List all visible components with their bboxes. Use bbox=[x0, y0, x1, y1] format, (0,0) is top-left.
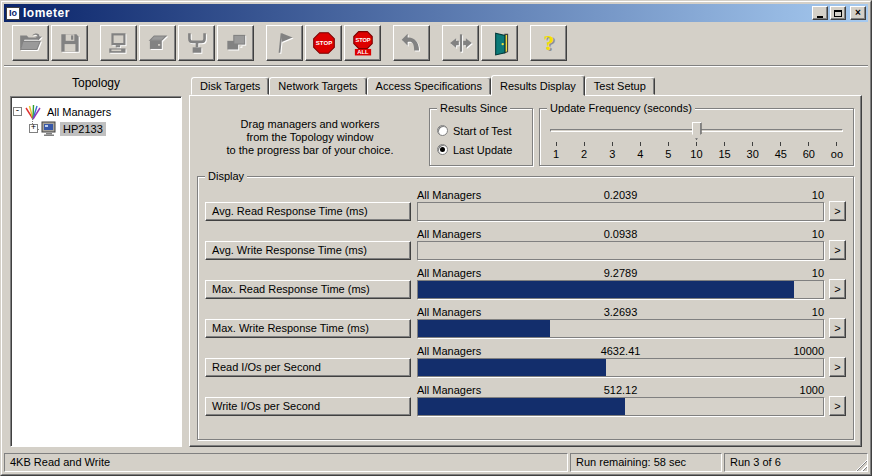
start-network-worker-button[interactable] bbox=[178, 25, 215, 61]
expand-results-button[interactable]: > bbox=[829, 201, 846, 221]
progress-bar[interactable] bbox=[417, 319, 824, 338]
progress-bar-fill bbox=[418, 320, 550, 337]
tab-results-display[interactable]: Results Display bbox=[491, 75, 585, 96]
close-button[interactable]: × bbox=[850, 6, 866, 20]
stop-sign-icon: STOP bbox=[311, 30, 337, 56]
tab-access-specifications[interactable]: Access Specifications bbox=[367, 77, 491, 95]
status-bar: 4KB Read and Write Run remaining: 58 sec… bbox=[4, 451, 868, 472]
slider-tick bbox=[780, 142, 781, 146]
slider-tick bbox=[612, 142, 613, 146]
tab-test-setup[interactable]: Test Setup bbox=[585, 77, 655, 95]
metric-button[interactable]: Max. Read Response Time (ms) bbox=[205, 280, 411, 299]
radio-icon-selected[interactable] bbox=[437, 144, 448, 155]
svg-text:?: ? bbox=[543, 31, 554, 55]
radio-icon[interactable] bbox=[437, 125, 448, 136]
radio-label: Start of Test bbox=[453, 125, 512, 137]
computer-icon bbox=[106, 30, 132, 56]
start-tests-button[interactable] bbox=[266, 25, 303, 61]
update-frequency-label: Update Frequency (seconds) bbox=[547, 102, 695, 114]
expand-results-button[interactable]: > bbox=[829, 240, 846, 260]
reset-workers-button[interactable] bbox=[393, 25, 430, 61]
progress-bar[interactable] bbox=[417, 358, 824, 377]
slider-tick bbox=[724, 142, 725, 146]
radio-last-update[interactable]: Last Update bbox=[437, 140, 525, 159]
status-test-name: 4KB Read and Write bbox=[4, 453, 568, 472]
expand-results-button[interactable]: > bbox=[829, 357, 846, 377]
metric-button[interactable]: Avg. Write Response Time (ms) bbox=[205, 241, 411, 260]
progress-bar[interactable] bbox=[417, 397, 824, 416]
save-test-config-button[interactable] bbox=[51, 25, 88, 61]
slider-ticks bbox=[548, 142, 845, 147]
tree-node-hp2133[interactable]: + HP2133 bbox=[13, 120, 179, 137]
bar-max: 10 bbox=[688, 228, 824, 240]
metric-button[interactable]: Read I/Os per Second bbox=[205, 358, 411, 377]
open-test-config-button[interactable] bbox=[12, 25, 49, 61]
topology-panel: Topology - All Managers + bbox=[10, 74, 182, 447]
app-icon: Io bbox=[6, 7, 20, 20]
expand-results-button[interactable]: > bbox=[829, 279, 846, 299]
stop-test-button[interactable]: STOP bbox=[305, 25, 342, 61]
slider-labels: 123451015304560oo bbox=[548, 148, 845, 160]
collapse-icon[interactable]: - bbox=[13, 107, 22, 116]
progress-bar[interactable] bbox=[417, 241, 824, 260]
status-run-count: Run 3 of 6 bbox=[724, 453, 868, 472]
display-row: Write I/Os per Second All Managers 512.1… bbox=[205, 382, 846, 416]
disconnect-button[interactable] bbox=[442, 25, 479, 61]
progress-bar[interactable] bbox=[417, 202, 824, 221]
topology-tree[interactable]: - All Managers + bbox=[10, 96, 182, 447]
expand-results-button[interactable]: > bbox=[829, 318, 846, 338]
slider-tick bbox=[752, 142, 753, 146]
slider-tick-label: 1 bbox=[548, 148, 564, 160]
tree-node-label[interactable]: All Managers bbox=[44, 105, 114, 119]
status-run-remaining: Run remaining: 58 sec bbox=[570, 453, 722, 472]
minimize-button[interactable] bbox=[812, 6, 828, 20]
slider-tick-label: 15 bbox=[717, 148, 733, 160]
slider-tick bbox=[836, 142, 837, 146]
bar-value: 9.2789 bbox=[553, 267, 689, 279]
display-row: Max. Read Response Time (ms) All Manager… bbox=[205, 265, 846, 299]
start-disk-worker-button[interactable] bbox=[139, 25, 176, 61]
stop-all-tests-button[interactable]: STOP ALL bbox=[344, 25, 381, 61]
bar-value: 3.2693 bbox=[553, 306, 689, 318]
metric-button[interactable]: Write I/Os per Second bbox=[205, 397, 411, 416]
open-folder-icon bbox=[18, 30, 44, 56]
metric-button[interactable]: Max. Write Response Time (ms) bbox=[205, 319, 411, 338]
slider-tick-label: 45 bbox=[773, 148, 789, 160]
bar-value: 512.12 bbox=[553, 384, 689, 396]
bar-value: 4632.41 bbox=[553, 345, 689, 357]
update-frequency-slider[interactable] bbox=[548, 121, 845, 141]
svg-text:ALL: ALL bbox=[357, 49, 369, 55]
slider-tick bbox=[808, 142, 809, 146]
tab-disk-targets[interactable]: Disk Targets bbox=[191, 77, 269, 95]
progress-bar-fill bbox=[418, 359, 606, 376]
tree-node-label[interactable]: HP2133 bbox=[60, 122, 106, 136]
bar-scope-label: All Managers bbox=[417, 228, 553, 240]
progress-bar[interactable] bbox=[417, 280, 824, 299]
display-row: Max. Write Response Time (ms) All Manage… bbox=[205, 304, 846, 338]
slider-thumb[interactable] bbox=[692, 122, 702, 140]
progress-bar-fill bbox=[418, 398, 625, 415]
tab-network-targets[interactable]: Network Targets bbox=[269, 77, 366, 95]
drag-hint-line: to the progress bar of your choice. bbox=[197, 144, 423, 157]
duplicate-worker-button[interactable] bbox=[217, 25, 254, 61]
title-bar[interactable]: Io Iometer × bbox=[4, 4, 868, 22]
maximize-button[interactable] bbox=[830, 6, 846, 20]
tree-node-all-managers[interactable]: - All Managers bbox=[13, 103, 179, 120]
question-mark-icon: ? ? bbox=[536, 30, 562, 56]
drag-hint-line: from the Topology window bbox=[197, 131, 423, 144]
expand-icon[interactable]: + bbox=[29, 124, 38, 133]
save-floppy-icon bbox=[57, 30, 83, 56]
start-new-manager-button[interactable] bbox=[100, 25, 137, 61]
bar-scope-label: All Managers bbox=[417, 306, 553, 318]
inward-arrows-icon bbox=[448, 30, 474, 56]
slider-tick-label: 4 bbox=[632, 148, 648, 160]
maximize-icon bbox=[834, 10, 842, 17]
metric-button[interactable]: Avg. Read Response Time (ms) bbox=[205, 202, 411, 221]
display-row: Read I/Os per Second All Managers 4632.4… bbox=[205, 343, 846, 377]
flag-icon bbox=[272, 30, 298, 56]
bar-max: 10 bbox=[688, 267, 824, 279]
expand-results-button[interactable]: > bbox=[829, 396, 846, 416]
radio-start-of-test[interactable]: Start of Test bbox=[437, 121, 525, 140]
exit-button[interactable] bbox=[481, 25, 518, 61]
about-button[interactable]: ? ? bbox=[530, 25, 567, 61]
